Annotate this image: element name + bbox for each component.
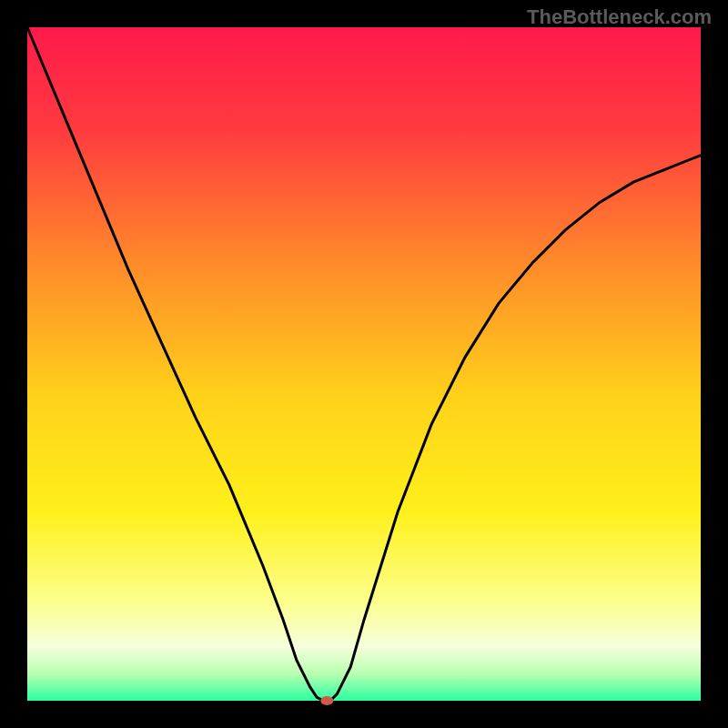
chart-background (27, 27, 701, 701)
optimal-point-marker (320, 696, 333, 705)
watermark: TheBottleneck.com (527, 5, 712, 29)
chart-svg (0, 0, 728, 728)
bottleneck-chart: TheBottleneck.com (0, 0, 728, 728)
